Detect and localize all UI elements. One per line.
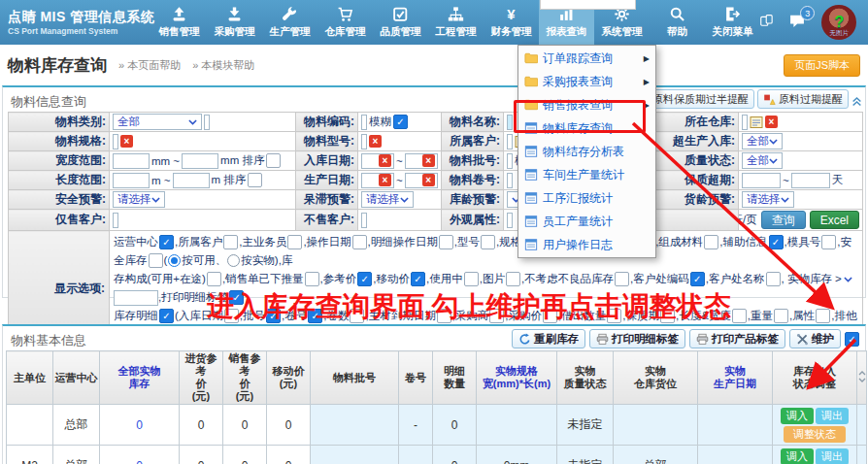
checkbox[interactable]: ✓ xyxy=(690,272,705,286)
column-header[interactable]: 主单位 xyxy=(7,351,53,405)
clear-icon[interactable]: × xyxy=(379,174,391,186)
toolbar-button-1[interactable]: 打印明细标签 xyxy=(589,329,685,348)
picker-icon[interactable] xyxy=(750,116,763,129)
column-header[interactable]: 卷号 xyxy=(399,351,433,405)
checkbox[interactable] xyxy=(766,272,781,286)
checkbox[interactable] xyxy=(481,235,495,249)
clear-icon[interactable]: × xyxy=(379,154,391,167)
clear-icon[interactable]: × xyxy=(369,135,382,148)
column-header[interactable]: 全部实物 库存 xyxy=(100,351,180,405)
dropdown-item-6[interactable]: 工序汇报统计 xyxy=(518,186,655,210)
column-header[interactable]: 物料批号 xyxy=(311,351,399,405)
adjust-status-button[interactable]: 调整状态 xyxy=(784,426,846,443)
checkbox[interactable] xyxy=(821,235,836,249)
topbar-menu-item-10[interactable]: 关闭菜单 xyxy=(705,0,760,45)
text-input[interactable] xyxy=(182,153,218,169)
text-input[interactable] xyxy=(507,173,513,188)
clear-icon[interactable]: × xyxy=(422,154,435,167)
clear-icon[interactable]: × xyxy=(120,135,133,148)
topbar-menu-item-3[interactable]: 仓库管理 xyxy=(317,0,373,45)
transfer-out-button[interactable]: 调出 xyxy=(816,408,849,424)
checkbox[interactable] xyxy=(287,235,302,249)
table-cell[interactable]: 0 xyxy=(100,446,180,464)
checkbox[interactable] xyxy=(732,309,747,323)
transfer-in-button[interactable]: 调入 xyxy=(781,448,814,464)
text-input[interactable] xyxy=(173,173,210,188)
checkbox[interactable] xyxy=(305,272,319,286)
checkbox[interactable] xyxy=(464,272,479,286)
column-header[interactable]: 销售参考 价 (元) xyxy=(223,351,267,405)
select-dropdown[interactable]: 全部 xyxy=(742,133,783,149)
topbar-menu-item-2[interactable]: 生产管理 xyxy=(262,0,317,45)
checkbox[interactable] xyxy=(266,153,281,168)
text-input[interactable] xyxy=(113,213,118,228)
text-input[interactable] xyxy=(113,134,118,149)
devices-icon[interactable] xyxy=(760,13,773,32)
text-input[interactable] xyxy=(742,173,781,188)
column-header[interactable]: 运营中心 xyxy=(53,351,100,405)
checkbox[interactable] xyxy=(207,272,221,286)
header-scroll-control[interactable] xyxy=(857,351,867,405)
checkbox[interactable] xyxy=(816,309,830,323)
clear-icon[interactable]: × xyxy=(422,174,435,186)
column-header[interactable]: 进货参考 价 (元) xyxy=(180,351,223,405)
dropdown-item-1[interactable]: 采购报表查询▶ xyxy=(518,70,655,93)
transfer-out-button[interactable]: 调出 xyxy=(816,448,849,464)
date-input[interactable]: × xyxy=(361,173,394,188)
checkbox[interactable] xyxy=(352,235,367,249)
checkbox[interactable]: ✓ xyxy=(357,272,372,286)
text-input[interactable] xyxy=(204,115,210,130)
radio-button[interactable] xyxy=(227,254,240,267)
column-header[interactable]: 库存出入 状态调整 xyxy=(773,351,857,405)
reminder-button-2[interactable]: 原料过期提醒 xyxy=(757,89,849,109)
toolbar-button-0[interactable]: 重刷库存 xyxy=(512,329,585,348)
text-input[interactable] xyxy=(361,213,367,228)
text-input[interactable] xyxy=(113,173,150,188)
checkbox[interactable] xyxy=(248,173,262,187)
toolbar-button-2[interactable]: 打印产品标签 xyxy=(689,329,785,348)
topbar-menu-item-9[interactable]: 帮助 xyxy=(650,0,705,45)
text-input[interactable] xyxy=(791,173,830,188)
topbar-menu-item-1[interactable]: 采购管理 xyxy=(207,0,262,45)
chat-icon[interactable]: 3 xyxy=(787,13,807,32)
select-dropdown[interactable]: 请选择 xyxy=(361,191,414,208)
date-input[interactable]: × xyxy=(361,153,394,169)
dropdown-item-7[interactable]: 员工产量统计 xyxy=(518,210,655,233)
collapse-icon[interactable] xyxy=(851,93,862,104)
date-input[interactable]: × xyxy=(405,173,438,188)
text-input[interactable] xyxy=(114,290,158,306)
column-header[interactable]: 移动价 (元) xyxy=(267,351,311,405)
checkbox[interactable]: ✓ xyxy=(159,309,174,323)
column-header[interactable]: 实物 质量状态 xyxy=(557,351,614,405)
excel-button[interactable]: Excel xyxy=(810,211,859,229)
query-button[interactable]: 查询 xyxy=(761,211,806,229)
date-input[interactable]: × xyxy=(405,153,438,169)
topbar-menu-item-5[interactable]: 工程管理 xyxy=(428,0,484,45)
select-dropdown[interactable]: 全部 xyxy=(742,152,783,169)
checkbox[interactable] xyxy=(223,235,238,249)
table-cell[interactable]: 0 xyxy=(100,405,180,446)
page-js-button[interactable]: 页面JS脚本 xyxy=(784,54,860,77)
column-header[interactable]: 明细 数量 xyxy=(433,351,477,405)
checkbox[interactable] xyxy=(506,272,520,286)
text-input[interactable] xyxy=(507,213,513,228)
radio-button[interactable] xyxy=(168,254,181,267)
transfer-in-button[interactable]: 调入 xyxy=(781,408,814,424)
checkbox[interactable] xyxy=(774,309,788,323)
column-header[interactable]: 实物 生产日期 xyxy=(698,351,773,405)
dropdown-item-5[interactable]: 车间生产量统计 xyxy=(518,163,655,186)
topbar-menu-item-6[interactable]: ¥财务管理 xyxy=(484,0,539,45)
checkbox[interactable]: ✓ xyxy=(769,235,784,249)
text-input[interactable] xyxy=(361,115,367,130)
checkbox[interactable]: ✓ xyxy=(411,272,425,286)
checkbox[interactable] xyxy=(439,235,453,249)
module-help-link[interactable]: » 本模块帮助 xyxy=(192,58,254,73)
dropdown-item-0[interactable]: 订单跟踪查询▶ xyxy=(518,47,655,70)
checkbox[interactable]: ✓ xyxy=(845,332,859,347)
text-input[interactable] xyxy=(361,134,367,149)
column-header[interactable]: 实物规格 宽(mm)*长(m) xyxy=(477,351,557,405)
toolbar-button-3[interactable]: 维护 xyxy=(789,329,841,348)
select-dropdown[interactable]: 请选择 xyxy=(113,191,165,208)
text-input[interactable] xyxy=(507,153,513,169)
dropdown-item-8[interactable]: 用户操作日志 xyxy=(518,233,655,256)
